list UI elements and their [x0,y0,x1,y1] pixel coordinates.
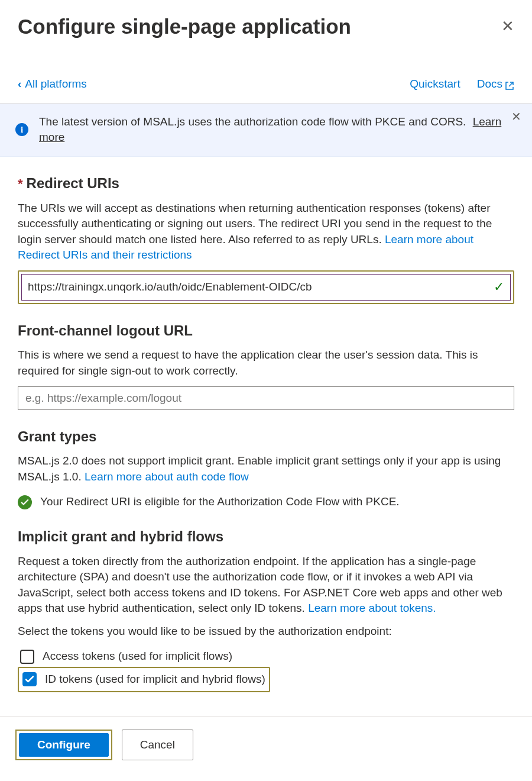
id-tokens-checkbox[interactable] [22,672,37,686]
redirect-uri-input[interactable] [28,280,494,293]
token-select-prompt: Select the tokens you would like to be i… [18,624,514,640]
implicit-grant-heading: Implicit grant and hybrid flows [18,527,514,547]
chevron-left-icon: ‹ [18,76,21,92]
redirect-uris-desc: The URIs we will accept as destinations … [18,201,514,263]
configure-button[interactable]: Configure [19,733,109,757]
info-icon: i [15,123,28,136]
id-tokens-highlight: ID tokens (used for implicit and hybrid … [18,667,270,692]
configure-button-highlight: Configure [15,730,112,760]
external-link-icon [505,79,514,89]
valid-check-icon: ✓ [494,278,504,296]
info-banner: i The latest version of MSAL.js uses the… [0,104,532,157]
redirect-uri-highlight: ✓ [18,270,514,304]
banner-close-icon[interactable]: ✕ [511,108,521,125]
close-icon[interactable]: ✕ [501,15,514,37]
back-label: All platforms [25,76,87,92]
pkce-status-text: Your Redirect URI is eligible for the Au… [40,494,400,510]
cancel-button[interactable]: Cancel [122,730,193,760]
access-tokens-checkbox[interactable] [20,650,34,664]
grant-types-heading: Grant types [18,427,514,447]
quickstart-link[interactable]: Quickstart [410,76,460,92]
page-title: Configure single-page application [18,12,351,41]
tokens-learn-more-link[interactable]: Learn more about tokens. [308,602,436,614]
logout-url-heading: Front-channel logout URL [18,321,514,341]
success-check-icon [18,495,32,509]
logout-url-input[interactable] [18,386,514,410]
docs-link[interactable]: Docs [477,76,514,92]
banner-text: The latest version of MSAL.js uses the a… [39,115,466,128]
logout-url-desc: This is where we send a request to have … [18,347,514,379]
redirect-uris-heading: Redirect URIs [18,173,514,193]
back-all-platforms-link[interactable]: ‹ All platforms [18,76,87,92]
grant-learn-more-link[interactable]: Learn more about auth code flow [85,470,249,483]
id-tokens-label: ID tokens (used for implicit and hybrid … [45,672,265,688]
grant-types-desc: MSAL.js 2.0 does not support implicit gr… [18,453,514,485]
access-tokens-label: Access tokens (used for implicit flows) [43,648,232,664]
implicit-grant-desc: Request a token directly from the author… [18,554,514,617]
